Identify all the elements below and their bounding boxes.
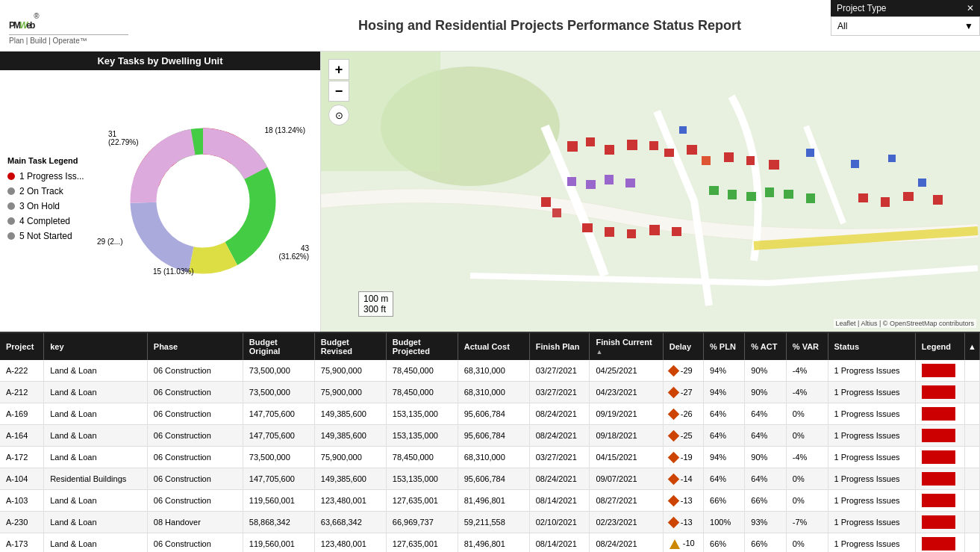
cell-delay: -14 [663,468,703,490]
col-header-budget-revised[interactable]: BudgetRevised [314,333,386,360]
svg-rect-40 [903,192,914,201]
cell-pct-act: 66% [745,533,787,553]
cell-pct-act: 93% [745,512,787,533]
cell-actual-cost: 81,496,801 [458,490,529,512]
svg-rect-11 [605,145,614,155]
cell-finish-current: 09/19/2021 [590,403,663,425]
cell-phase: 06 Construction [147,468,243,490]
cell-status: 1 Progress Issues [828,512,915,533]
col-header-pct-var[interactable]: % VAR [786,333,828,360]
cell-pct-act: 90% [745,447,787,468]
cell-key: Land & Loan [44,360,148,382]
col-header-budget-original[interactable]: BudgetOriginal [243,333,314,360]
cell-legend [915,447,964,468]
col-header-budget-projected[interactable]: BudgetProjected [386,333,458,360]
cell-scroll [965,490,980,512]
cell-budget-projected: 153,135,000 [386,403,458,425]
cell-key: Land & Loan [44,512,148,533]
cell-finish-current: 08/27/2021 [590,490,663,512]
cell-pct-pln: 64% [704,468,745,490]
cell-budget-revised: 75,900,000 [314,447,386,468]
col-header-delay[interactable]: Delay [663,333,703,360]
donut-label-yellow: 15 (11.03%) [153,267,193,276]
svg-rect-37 [679,126,687,134]
cell-finish-current: 04/23/2021 [590,382,663,403]
project-type-select[interactable]: All ▼ [831,16,980,36]
header: PMWeb® Plan | Build | Operate™ Hosing an… [0,0,980,52]
cell-status: 1 Progress Issues [828,490,915,512]
cell-phase: 06 Construction [147,490,243,512]
cell-budget-projected: 66,969,737 [386,512,458,533]
legend-dot-3 [7,202,15,210]
table-row: A-169 Land & Loan 06 Construction 147,70… [0,403,980,425]
cell-pct-pln: 64% [704,403,745,425]
svg-rect-10 [586,137,595,146]
cell-finish-current: 08/24/2021 [590,533,663,553]
top-section: Key Tasks by Dwelling Unit Main Task Leg… [0,52,980,332]
cell-pct-var: 0% [786,425,828,447]
svg-rect-35 [888,155,896,162]
legend-item-4: 4 Completed [7,216,93,226]
cell-project: A-222 [0,360,44,382]
map-background [321,52,980,332]
col-header-actual-cost[interactable]: Actual Cost [458,333,529,360]
svg-rect-44 [605,175,614,184]
cell-finish-plan: 08/14/2021 [529,533,590,553]
cell-legend [915,490,964,512]
cell-pct-pln: 100% [704,512,745,533]
svg-rect-20 [582,223,593,232]
cell-pct-pln: 94% [704,447,745,468]
cell-scroll [965,447,980,468]
svg-rect-19 [769,160,779,170]
cell-actual-cost: 95,606,784 [458,403,529,425]
cell-status: 1 Progress Issues [828,425,915,447]
col-header-pct-pln[interactable]: % PLN [704,333,745,360]
cell-budget-original: 73,500,000 [243,360,314,382]
logo-tagline: Plan | Build | Operate™ [9,34,128,45]
project-type-label: Project Type ✕ [831,0,980,16]
cell-project: A-169 [0,403,44,425]
cell-budget-original: 73,500,000 [243,447,314,468]
zoom-out-button[interactable]: − [328,81,349,102]
cell-project: A-103 [0,490,44,512]
cell-project: A-212 [0,382,44,403]
cell-legend [915,512,964,533]
cell-budget-revised: 149,385,600 [314,468,386,490]
svg-rect-32 [806,193,815,203]
cell-budget-revised: 75,900,000 [314,382,386,403]
cell-finish-plan: 08/24/2021 [529,468,590,490]
cell-pct-act: 90% [745,382,787,403]
cell-budget-projected: 78,450,000 [386,360,458,382]
zoom-in-button[interactable]: + [328,59,349,80]
cell-budget-original: 119,560,001 [243,533,314,553]
svg-rect-23 [649,225,660,235]
svg-rect-42 [567,177,576,186]
col-header-phase[interactable]: Phase [147,333,243,360]
legend-title: Main Task Legend [7,156,93,165]
cell-delay: -13 [663,512,703,533]
col-header-project[interactable]: Project [0,333,44,360]
svg-rect-39 [881,197,890,207]
col-header-finish-current[interactable]: Finish Current▲ [590,333,663,360]
cell-finish-plan: 03/27/2021 [529,382,590,403]
cell-finish-plan: 08/24/2021 [529,403,590,425]
key-tasks-header: Key Tasks by Dwelling Unit [0,52,320,70]
cell-budget-original: 119,560,001 [243,490,314,512]
cell-budget-original: 147,705,600 [243,425,314,447]
col-header-status[interactable]: Status [828,333,915,360]
col-header-legend[interactable]: Legend [915,333,964,360]
project-type-value: All [837,21,847,31]
svg-point-5 [158,156,248,246]
cell-budget-revised: 149,385,600 [314,403,386,425]
cell-status: 1 Progress Issues [828,360,915,382]
donut-label-red: 18 (13.24%) [265,126,305,134]
col-header-pct-act[interactable]: % ACT [745,333,787,360]
svg-rect-26 [552,208,561,217]
col-header-finish-plan[interactable]: Finish Plan [529,333,590,360]
svg-rect-12 [627,140,637,150]
map-search-button[interactable]: ⊙ [328,105,349,125]
col-header-key[interactable]: key [44,333,148,360]
cell-delay: -26 [663,403,703,425]
close-icon[interactable]: ✕ [967,3,974,13]
cell-scroll [965,360,980,382]
